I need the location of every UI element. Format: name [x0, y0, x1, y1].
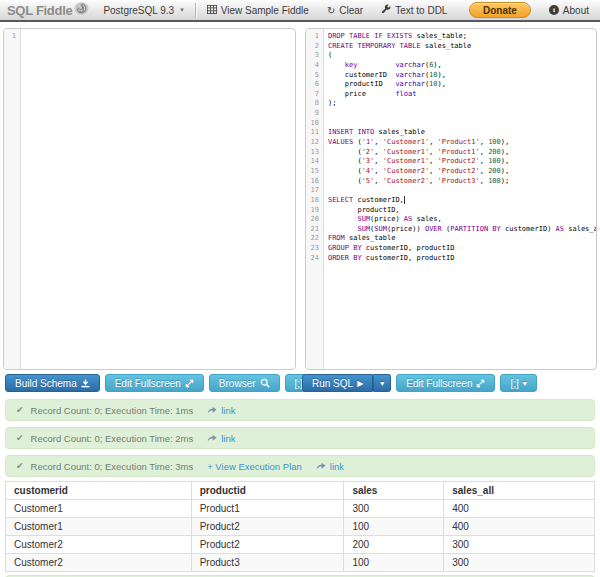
- code-line: SUM(SUM(price)) OVER (PARTITION BY custo…: [328, 225, 596, 235]
- top-toolbar: SQL Fiddle PostgreSQL 9.3 ▾ View Sample …: [0, 0, 600, 22]
- fullscreen-expand-icon: [185, 379, 194, 388]
- code-line: VALUES ('1', 'Customer1', 'Product1', 10…: [328, 138, 596, 148]
- fullscreen-expand-icon: [476, 379, 485, 388]
- result-link[interactable]: link: [221, 405, 235, 416]
- table-row: Customer2Product3100300: [6, 554, 595, 572]
- chevron-down-icon: ▾: [523, 379, 527, 388]
- schema-buttons: Build Schema Edit Fullscreen Browser [;]…: [3, 374, 300, 392]
- action-buttons: Build Schema Edit Fullscreen Browser [;]…: [0, 372, 600, 392]
- code-line: );: [328, 99, 596, 109]
- code-line: [328, 109, 596, 119]
- column-header: sales_all: [444, 482, 595, 500]
- column-header: customerid: [6, 482, 192, 500]
- code-line: SUM(price) AS sales,: [328, 215, 596, 225]
- run-sql-dropdown-toggle[interactable]: ▾: [373, 374, 391, 392]
- table-cell: 300: [444, 536, 595, 554]
- schema-edit-fullscreen-button[interactable]: Edit Fullscreen: [105, 374, 204, 392]
- code-line: INSERT INTO sales_table: [328, 128, 596, 138]
- code-line: ORDER BY customerID, productID: [328, 254, 596, 264]
- table-cell: 400: [444, 518, 595, 536]
- code-line: GROUP BY customerID, productID: [328, 244, 596, 254]
- code-line: ('5', 'Customer2', 'Product3', 100);: [328, 177, 596, 187]
- refresh-icon: ↻: [327, 5, 335, 16]
- code-line: DROP TABLE IF EXISTS sales_table;: [328, 32, 596, 42]
- result-message: Record Count: 0; Execution Time: 2ms: [31, 433, 194, 444]
- table-cell: Customer1: [6, 500, 192, 518]
- table-cell: Customer1: [6, 518, 192, 536]
- code-line: [328, 119, 596, 129]
- share-arrow-icon: [207, 405, 217, 416]
- column-header: sales: [344, 482, 444, 500]
- donate-button[interactable]: Donate: [469, 2, 531, 18]
- table-grid-icon: [207, 5, 217, 16]
- download-icon: [81, 379, 90, 388]
- table-cell: 100: [344, 518, 444, 536]
- table-cell: 300: [344, 500, 444, 518]
- toolbar-divider: [195, 3, 196, 18]
- table-cell: Product2: [191, 518, 344, 536]
- code-line: ('3', 'Customer1', 'Product2', 100),: [328, 157, 596, 167]
- table-row: Customer2Product2200300: [6, 536, 595, 554]
- table-row: Customer1Product2100400: [6, 518, 595, 536]
- wrench-icon: [381, 4, 391, 16]
- code-line: [328, 186, 596, 196]
- success-check-icon: ✔: [16, 433, 24, 443]
- table-row: Customer1Product1300400: [6, 500, 595, 518]
- query-edit-fullscreen-button[interactable]: Edit Fullscreen: [396, 374, 495, 392]
- code-line: customerID varchar(10),: [328, 71, 596, 81]
- table-cell: Customer2: [6, 554, 192, 572]
- code-line: FROM sales_table: [328, 234, 596, 244]
- chevron-down-icon: ▾: [380, 379, 384, 388]
- table-cell: Product1: [191, 500, 344, 518]
- run-sql-button[interactable]: Run SQL ▶: [302, 374, 373, 392]
- build-schema-button[interactable]: Build Schema: [5, 374, 100, 392]
- schema-browser-button[interactable]: Browser: [209, 374, 280, 392]
- app-title: SQL Fiddle: [7, 3, 72, 18]
- schema-gutter: 1: [4, 29, 21, 369]
- success-check-icon: ✔: [16, 405, 24, 415]
- query-result-bar: ✔Record Count: 0; Execution Time: 2mslin…: [5, 427, 595, 449]
- code-line: productID varchar(10),: [328, 80, 596, 90]
- column-header: productid: [191, 482, 344, 500]
- result-message: Record Count: 0; Execution Time: 1ms: [31, 405, 194, 416]
- query-result-bar: ✔Record Count: 0; Execution Time: 1mslin…: [5, 399, 595, 421]
- code-line: key varchar(6),: [328, 61, 596, 71]
- table-cell: Product3: [191, 554, 344, 572]
- query-gutter: 123456789101112131415161718192021222324: [306, 29, 324, 369]
- query-result-bar: ✔Record Count: 0; Execution Time: 3ms+ V…: [5, 455, 595, 477]
- text-cursor: [404, 196, 405, 204]
- schema-editor[interactable]: 1: [3, 28, 296, 370]
- database-version-dropdown[interactable]: PostgreSQL 9.3 ▾: [99, 5, 187, 16]
- query-buttons: Run SQL ▶ ▾ Edit Fullscreen [;] ▾: [300, 374, 597, 392]
- code-line: ('2', 'Customer1', 'Product1', 200),: [328, 148, 596, 158]
- code-line: SELECT customerID,: [328, 196, 596, 206]
- query-editor[interactable]: 123456789101112131415161718192021222324 …: [305, 28, 598, 370]
- run-sql-split-button: Run SQL ▶ ▾: [302, 374, 391, 392]
- text-to-ddl-button[interactable]: Text to DDL: [377, 4, 451, 16]
- clear-button[interactable]: ↻ Clear: [323, 5, 367, 16]
- result-link[interactable]: link: [221, 433, 235, 444]
- table-cell: 400: [444, 500, 595, 518]
- table-cell: 300: [444, 554, 595, 572]
- app-logo[interactable]: SQL Fiddle: [7, 1, 89, 19]
- view-execution-plan-link[interactable]: + View Execution Plan: [207, 461, 302, 472]
- code-line: price float: [328, 90, 596, 100]
- table-cell: Customer2: [6, 536, 192, 554]
- code-line: (: [328, 51, 596, 61]
- info-icon: i: [549, 5, 559, 15]
- fiddle-swirl-icon: [74, 1, 89, 19]
- about-button[interactable]: i About: [545, 5, 593, 16]
- result-message: Record Count: 0; Execution Time: 3ms: [31, 461, 194, 472]
- query-terminator-dropdown[interactable]: [;] ▾: [500, 374, 536, 392]
- table-cell: Product2: [191, 536, 344, 554]
- query-code[interactable]: DROP TABLE IF EXISTS sales_table;CREATE …: [324, 29, 596, 369]
- code-line: ('4', 'Customer2', 'Product2', 200),: [328, 167, 596, 177]
- table-body: Customer1Product1300400Customer1Product2…: [6, 500, 595, 572]
- schema-code[interactable]: [21, 29, 295, 369]
- magnifier-icon: [260, 378, 270, 388]
- view-sample-fiddle-button[interactable]: View Sample Fiddle: [203, 5, 313, 16]
- results-list: ✔Record Count: 0; Execution Time: 1mslin…: [0, 399, 600, 477]
- result-link[interactable]: link: [330, 461, 344, 472]
- table-cell: 200: [344, 536, 444, 554]
- results-table: customeridproductidsalessales_all Custom…: [5, 481, 595, 572]
